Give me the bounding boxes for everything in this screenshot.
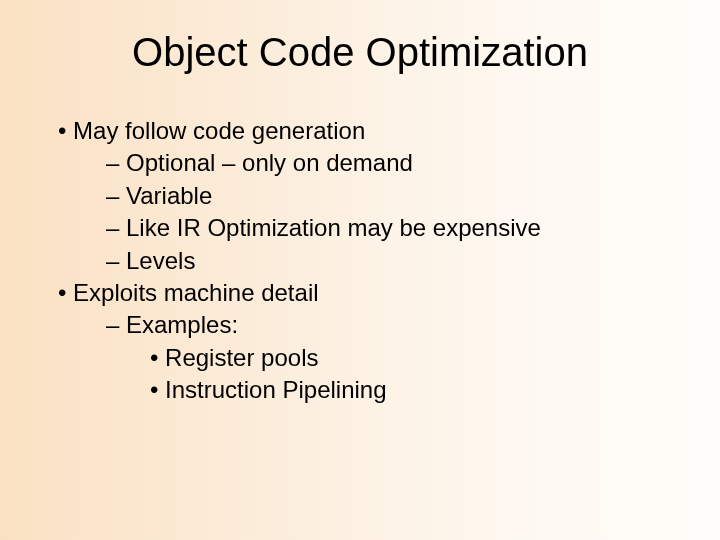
bullet-text: Variable <box>126 182 212 209</box>
bullet-level2: Optional – only on demand <box>106 147 680 179</box>
bullet-level2: Examples: <box>106 309 680 341</box>
bullet-text: Levels <box>126 247 195 274</box>
bullet-text: Like IR Optimization may be expensive <box>126 214 541 241</box>
bullet-level1: Exploits machine detail <box>50 277 680 309</box>
bullet-text: Optional – only on demand <box>126 149 413 176</box>
slide-body: May follow code generation Optional – on… <box>40 115 680 407</box>
bullet-level2: Like IR Optimization may be expensive <box>106 212 680 244</box>
bullet-level2: Levels <box>106 245 680 277</box>
bullet-text: Examples: <box>126 311 238 338</box>
slide: Object Code Optimization May follow code… <box>0 0 720 540</box>
bullet-text: Exploits machine detail <box>73 279 318 306</box>
slide-title: Object Code Optimization <box>40 30 680 75</box>
bullet-level2: Variable <box>106 180 680 212</box>
bullet-text: Register pools <box>165 344 318 371</box>
bullet-text: May follow code generation <box>73 117 365 144</box>
bullet-level1: May follow code generation <box>50 115 680 147</box>
bullet-level3: Instruction Pipelining <box>150 374 680 406</box>
bullet-level3: Register pools <box>150 342 680 374</box>
bullet-text: Instruction Pipelining <box>165 376 386 403</box>
